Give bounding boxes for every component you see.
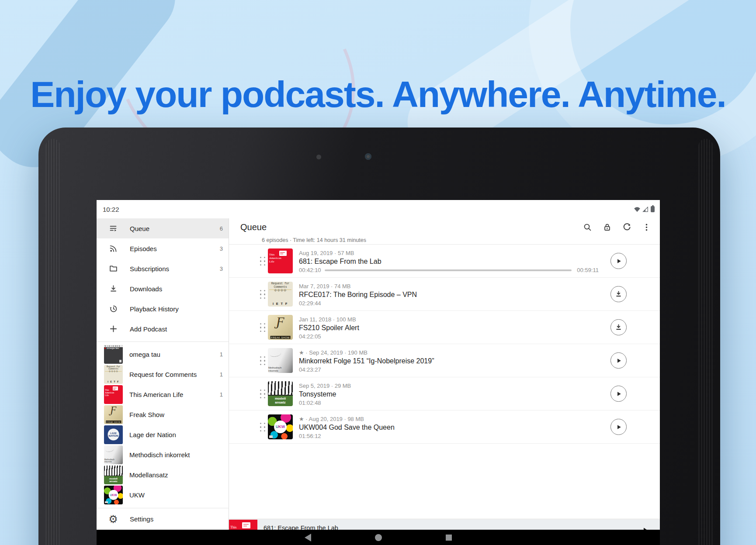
sidebar-item-modellansatz[interactable]: modell ansatz Modellansatz <box>97 465 229 485</box>
wifi-icon <box>634 207 641 212</box>
episode-row[interactable]: UKW ★ · Aug 20, 2019 · 98 MB UKW004 God … <box>229 410 660 444</box>
settings-label: Settings <box>130 515 229 523</box>
play-icon <box>615 258 622 265</box>
tablet-right-edge <box>698 139 713 545</box>
podcast-artwork: ƑFREAK SHOW <box>104 405 123 424</box>
front-camera-dot <box>316 155 321 159</box>
sidebar-item-lage-der-nation[interactable]: LAGENATION Lage der Nation <box>97 424 229 445</box>
drag-handle-icon[interactable] <box>260 257 266 266</box>
sidebar-item-freak-show[interactable]: ƑFREAK SHOW Freak Show <box>97 404 229 424</box>
sidebar-item-label: Queue <box>130 225 220 232</box>
overflow-menu-button[interactable] <box>637 218 656 236</box>
battery-icon <box>651 206 655 212</box>
episodes-rss-icon <box>97 244 130 253</box>
podcast-label: Lage der Nation <box>129 431 223 438</box>
home-icon <box>375 534 382 541</box>
status-time: 10:22 <box>103 206 119 213</box>
podcast-label: This American Life <box>129 391 220 398</box>
podcast-artwork: modell ansatz <box>104 466 123 484</box>
episode-row[interactable]: Request for Comments◆◆◆◆I E T F Mar 7, 2… <box>229 278 660 311</box>
back-button[interactable] <box>295 530 321 545</box>
recent-apps-button[interactable] <box>436 530 462 545</box>
episode-duration: 01:56:12 <box>299 432 321 440</box>
podcast-label: Freak Show <box>129 411 223 418</box>
play-button[interactable] <box>610 253 627 269</box>
drag-handle-icon[interactable] <box>260 290 266 299</box>
episode-artwork: Methodisch inkorrekt <box>268 348 293 373</box>
play-button[interactable] <box>610 386 627 402</box>
sidebar-item-this-american-life[interactable]: This American Life This American Life 1 <box>97 384 229 404</box>
play-icon <box>615 424 622 431</box>
sidebar-item-ukw[interactable]: UKW UKW <box>97 485 229 505</box>
play-button[interactable] <box>610 419 627 435</box>
search-button[interactable] <box>578 218 597 236</box>
sidebar-item-settings[interactable]: ⚙ Settings <box>97 508 229 530</box>
sidebar-item-methodisch-inkorrekt[interactable]: Methodisch inkorrekt Methodisch inkorrek… <box>97 445 229 465</box>
gear-icon: ⚙ <box>97 514 130 524</box>
recent-apps-icon <box>446 535 452 541</box>
sidebar-item-label: Subscriptions <box>130 265 220 272</box>
episode-meta: ★ · Sep 24, 2019 · 190 MB <box>299 349 599 356</box>
drag-handle-icon[interactable] <box>260 356 266 366</box>
podcast-artwork: UKW <box>104 486 123 504</box>
episode-artwork: Request for Comments◆◆◆◆I E T F <box>268 282 293 307</box>
toolbar: Queue <box>229 218 660 236</box>
sidebar-item-count: 6 <box>220 225 223 232</box>
podcast-artwork: LAGENATION <box>104 425 123 444</box>
back-icon <box>305 534 311 542</box>
page-title: Queue <box>240 222 578 232</box>
episode-title: RFCE017: The Boring Episode – VPN <box>299 290 599 300</box>
episode-title: 681: Escape From the Lab <box>299 257 599 266</box>
sidebar-item-label: Add Podcast <box>130 325 223 333</box>
refresh-button[interactable] <box>617 218 637 236</box>
sidebar-item-add-podcast[interactable]: Add Podcast <box>97 319 229 339</box>
podcast-label: UKW <box>129 491 223 499</box>
episode-progress-bar <box>325 269 572 271</box>
home-button[interactable] <box>365 530 392 545</box>
drag-handle-icon[interactable] <box>260 390 266 399</box>
sidebar-item-label: Episodes <box>130 245 220 252</box>
status-bar: 10:22 <box>97 200 660 218</box>
sidebar-item-label: Playback History <box>130 305 223 313</box>
episode-duration: 04:22:05 <box>299 333 321 340</box>
sidebar-item-request-for-comments[interactable]: Request for Comments◆◆◆◆I E T F Request … <box>97 364 229 384</box>
download-icon <box>615 324 622 331</box>
refresh-icon <box>622 223 631 232</box>
front-camera-lens <box>365 153 371 160</box>
episode-row[interactable]: This American Life Aug 19, 2019 · 57 MB … <box>229 245 660 278</box>
sidebar-item-downloads[interactable]: Downloads <box>97 279 229 299</box>
android-nav-bar <box>97 530 660 545</box>
download-button[interactable] <box>610 319 627 335</box>
sidebar-item-queue[interactable]: Queue 6 <box>97 218 229 238</box>
drag-handle-icon[interactable] <box>260 423 266 432</box>
episode-title: Tonsysteme <box>299 390 599 399</box>
podcast-label: Request for Comments <box>129 371 220 378</box>
queue-summary-bar: 6 episodes · Time left: 14 hours 31 minu… <box>229 236 660 245</box>
sidebar-item-count: 3 <box>220 245 223 252</box>
episode-row[interactable]: ƑFREAK SHOW Jan 11, 2018 · 100 MB FS210 … <box>229 311 660 344</box>
drag-handle-icon[interactable] <box>260 323 266 332</box>
podcast-label: Methodisch inkorrekt <box>129 451 223 459</box>
download-icon <box>615 290 622 298</box>
sidebar-divider <box>97 341 229 342</box>
cellular-icon <box>642 207 648 212</box>
lock-icon <box>603 223 612 232</box>
podcast-artwork: Methodisch inkorrekt <box>104 445 123 464</box>
queue-summary: 6 episodes · Time left: 14 hours 31 minu… <box>262 237 366 243</box>
episode-row[interactable]: modell ansatz Sep 5, 2019 · 29 MB Tonsys… <box>229 377 660 410</box>
episode-row[interactable]: Methodisch inkorrekt ★ · Sep 24, 2019 · … <box>229 344 660 377</box>
sidebar-item-playback-history[interactable]: Playback History <box>97 299 229 319</box>
episode-artwork: UKW <box>268 414 293 439</box>
main-content: Queue 6 episodes · <box>229 218 660 530</box>
sidebar-item-episodes[interactable]: Episodes 3 <box>97 238 229 259</box>
download-button[interactable] <box>610 286 627 302</box>
sidebar-item-subscriptions[interactable]: Subscriptions 3 <box>97 259 229 279</box>
play-button[interactable] <box>610 352 627 369</box>
sidebar-item-omega-tau[interactable]: omega tau omega tau 1 <box>97 344 229 364</box>
queue-icon <box>97 224 130 233</box>
podcast-count: 1 <box>220 391 223 398</box>
lock-queue-button[interactable] <box>597 218 617 236</box>
episode-artwork: modell ansatz <box>268 381 293 406</box>
episode-duration: 04:23:27 <box>299 366 321 373</box>
sidebar-item-count: 3 <box>220 266 223 272</box>
